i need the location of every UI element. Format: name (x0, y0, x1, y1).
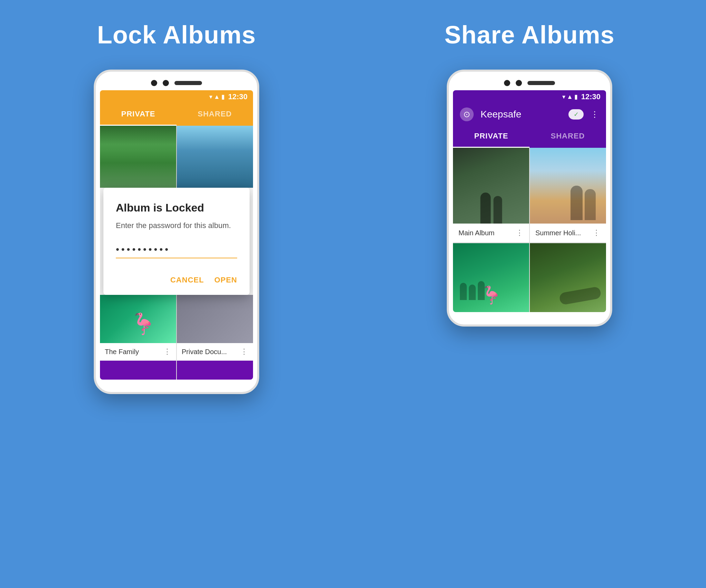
cancel-button[interactable]: CANCEL (170, 276, 204, 285)
album-thumb-pool[interactable]: 🦩 (453, 243, 529, 312)
phone-notch-left (100, 79, 253, 87)
person-lying (559, 286, 602, 305)
right-panel-title: Share Albums (444, 21, 614, 49)
cloud-sync-button[interactable]: ✓ (568, 109, 584, 120)
left-panel: Lock Albums ▾ ▲ ▮ 12:30 PRIVATE SHARED (0, 0, 353, 588)
dialog-title: Album is Locked (116, 202, 237, 214)
camera-right (163, 80, 169, 86)
status-time-left: 12:30 (228, 92, 248, 101)
keepsafe-header: ⊙ Keepsafe ✓ ⋮ (453, 103, 606, 125)
album-thumb-summer[interactable] (530, 148, 606, 224)
album-thumb-pool[interactable]: 🦩 (100, 295, 176, 343)
album-thumb-2[interactable] (177, 126, 253, 188)
phone-mockup-left: ▾ ▲ ▮ 12:30 PRIVATE SHARED (94, 70, 259, 394)
phone-notch-right (453, 79, 606, 87)
album-footer-docs-inner: Private Docu... ⋮ (177, 343, 253, 361)
couple-silhouette (480, 193, 502, 224)
camera-right-r (516, 80, 522, 86)
album-thumb-gray[interactable] (177, 295, 253, 343)
tab-private-left[interactable]: PRIVATE (100, 103, 176, 126)
app-tabs-left: PRIVATE SHARED (100, 103, 253, 126)
album-footer-summer: Summer Holi... ⋮ (530, 224, 606, 243)
right-panel: Share Albums ▾ ▲ ▮ 12:30 ⊙ K (353, 0, 706, 588)
phone-screen-left: ▾ ▲ ▮ 12:30 PRIVATE SHARED (100, 90, 253, 380)
signal-icon-right: ▲ (567, 93, 573, 101)
album-footer-main: Main Album ⋮ (453, 224, 529, 243)
phone-screen-right: ▾ ▲ ▮ 12:30 ⊙ Keepsafe ✓ ⋮ PRIVATE (453, 90, 606, 312)
status-bar-left: ▾ ▲ ▮ 12:30 (100, 90, 253, 103)
purple-bar-1 (100, 361, 176, 380)
battery-icon-right: ▮ (574, 93, 578, 101)
camera-right-l (504, 80, 510, 86)
album-menu-docs[interactable]: ⋮ (240, 347, 248, 356)
password-input[interactable] (116, 244, 237, 258)
phone-bottom-bar-left (100, 380, 253, 385)
album-footer-family-inner: The Family ⋮ (100, 343, 176, 361)
album-menu-family[interactable]: ⋮ (163, 347, 171, 356)
user-avatar[interactable]: ⊙ (460, 107, 474, 121)
camera-left (151, 80, 157, 86)
album-pool-party: 🦩 (453, 243, 529, 312)
album-footers-left: The Family ⋮ Private Docu... ⋮ (100, 343, 253, 361)
album-footer-family: The Family ⋮ (100, 343, 176, 361)
status-bar-right: ▾ ▲ ▮ 12:30 (453, 90, 606, 103)
album-relax (530, 243, 606, 312)
lock-dialog: Album is Locked Enter the password for t… (103, 188, 250, 295)
albums-grid-top-left (100, 126, 253, 188)
pool-people (460, 281, 485, 300)
status-time-right: 12:30 (581, 92, 601, 101)
dialog-buttons: CANCEL OPEN (116, 276, 237, 285)
album-summer: Summer Holi... ⋮ (530, 148, 606, 243)
bottom-color-bars (100, 361, 253, 380)
album-menu-summer[interactable]: ⋮ (593, 228, 601, 237)
album-main: Main Album ⋮ (453, 148, 529, 243)
dialog-description: Enter the password for this album. (116, 221, 237, 230)
album-footer-docs: Private Docu... ⋮ (177, 343, 253, 361)
open-button[interactable]: OPEN (214, 276, 237, 285)
tab-private-right[interactable]: PRIVATE (453, 125, 530, 148)
status-icons-right: ▾ ▲ ▮ (562, 93, 578, 101)
flamingo-decoration: 🦩 (130, 312, 156, 336)
tab-shared-left[interactable]: SHARED (176, 103, 253, 126)
purple-bar-2 (177, 361, 253, 380)
speaker-right (527, 81, 555, 85)
album-name-main: Main Album (458, 229, 495, 237)
tab-shared-right[interactable]: SHARED (530, 125, 606, 148)
speaker (174, 81, 202, 85)
cloud-check-icon: ✓ (574, 111, 579, 118)
wifi-icon-right: ▾ (562, 93, 565, 101)
left-panel-title: Lock Albums (97, 21, 256, 49)
app-title: Keepsafe (481, 109, 562, 120)
albums-grid-bottom-left: 🦩 (100, 295, 253, 343)
album-name-family: The Family (105, 348, 139, 356)
album-thumb-1[interactable] (100, 126, 176, 188)
album-thumb-main[interactable] (453, 148, 529, 224)
more-options-button[interactable]: ⋮ (591, 110, 599, 119)
album-menu-main[interactable]: ⋮ (516, 228, 524, 237)
albums-grid-right: Main Album ⋮ (453, 148, 606, 312)
avatar-icon: ⊙ (463, 110, 470, 119)
phone-bottom-bar-right (453, 312, 606, 318)
battery-icon: ▮ (221, 93, 225, 101)
wifi-icon: ▾ (209, 93, 212, 101)
app-tabs-right: PRIVATE SHARED (453, 125, 606, 148)
status-icons-left: ▾ ▲ ▮ (209, 93, 225, 101)
album-name-summer: Summer Holi... (535, 229, 581, 237)
phone-mockup-right: ▾ ▲ ▮ 12:30 ⊙ Keepsafe ✓ ⋮ PRIVATE (447, 70, 612, 327)
album-thumb-relax[interactable] (530, 243, 606, 312)
signal-icon: ▲ (214, 93, 220, 101)
album-name-docs: Private Docu... (182, 348, 227, 356)
beach-silhouette (571, 186, 596, 220)
